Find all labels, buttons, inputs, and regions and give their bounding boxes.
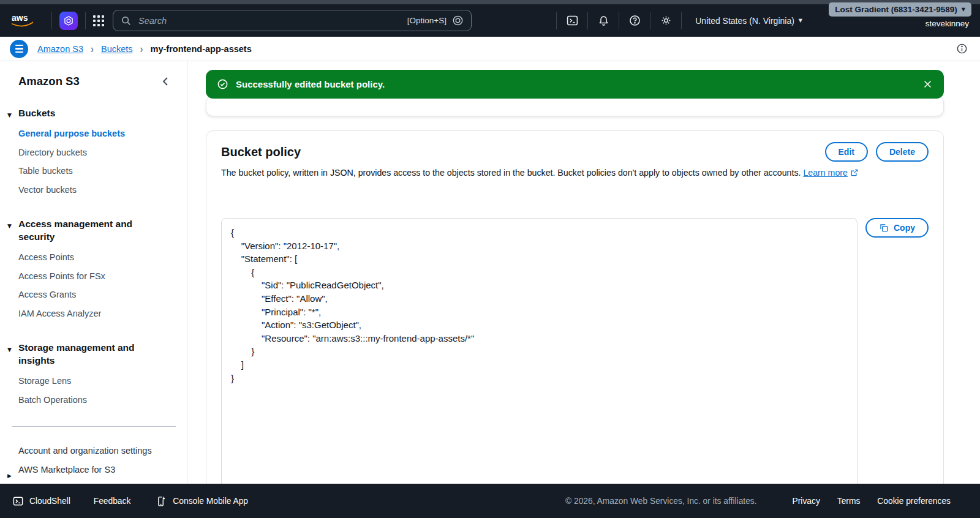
sidebar-item-access-points-fsx[interactable]: Access Points for FSx bbox=[0, 267, 187, 286]
footer-link-terms[interactable]: Terms bbox=[837, 497, 861, 506]
sidebar-section-storage-management[interactable]: ▼ Storage management and insights bbox=[0, 341, 187, 367]
info-icon[interactable] bbox=[956, 43, 968, 54]
sidebar-item-general-purpose-buckets[interactable]: General purpose buckets bbox=[0, 124, 187, 143]
section-label: Storage management and insights bbox=[18, 342, 135, 366]
search-input[interactable] bbox=[137, 15, 407, 26]
username: stevekinney bbox=[925, 19, 969, 28]
sidebar-item-access-points[interactable]: Access Points bbox=[0, 248, 187, 267]
copy-icon bbox=[879, 223, 889, 233]
account-menu[interactable]: Lost Gradient (6831-3421-9589) ▼ bbox=[829, 2, 971, 17]
bucket-policy-card: Bucket policy Edit Delete The bucket pol… bbox=[206, 130, 944, 484]
sidebar-item-directory-buckets[interactable]: Directory buckets bbox=[0, 143, 187, 162]
main-content: Successfully edited bucket policy. Bucke… bbox=[187, 61, 980, 484]
section-label: Access management and security bbox=[18, 219, 132, 242]
sidebar-item-iam-access-analyzer[interactable]: IAM Access Analyzer bbox=[0, 304, 187, 323]
account-label: Lost Gradient (6831-3421-9589) bbox=[835, 5, 957, 14]
sidebar-section-access-management[interactable]: ▼ Access management and security bbox=[0, 217, 187, 243]
breadcrumb-link-buckets[interactable]: Buckets bbox=[101, 44, 133, 54]
terminal-icon bbox=[12, 495, 24, 507]
bucket-policy-json[interactable]: { "Version": "2012-10-17", "Statement": … bbox=[221, 218, 858, 484]
sidebar-item-access-grants[interactable]: Access Grants bbox=[0, 285, 187, 304]
sidebar-title: Amazon S3 bbox=[18, 75, 80, 88]
mobile-app-label: Console Mobile App bbox=[173, 497, 248, 506]
notifications-bell-icon[interactable] bbox=[595, 13, 611, 29]
divider bbox=[85, 12, 86, 29]
external-link-icon bbox=[850, 168, 859, 177]
section-label: Buckets bbox=[18, 108, 55, 118]
search-shortcut-hint: [Option+S] bbox=[407, 16, 447, 25]
cloudshell-label: CloudShell bbox=[29, 497, 70, 506]
menu-hamburger-icon[interactable] bbox=[10, 40, 28, 58]
sidebar-item-account-org-settings[interactable]: Account and organization settings bbox=[0, 441, 187, 460]
help-icon[interactable] bbox=[627, 13, 643, 29]
sidebar-item-aws-marketplace[interactable]: ▶ AWS Marketplace for S3 bbox=[0, 460, 187, 479]
region-selector[interactable]: United States (N. Virginia) ▼ bbox=[695, 16, 802, 26]
divider bbox=[650, 12, 650, 29]
chevron-down-icon: ▼ bbox=[962, 7, 965, 12]
global-search[interactable]: [Option+S] bbox=[113, 10, 472, 31]
search-icon bbox=[121, 15, 132, 26]
success-banner: Successfully edited bucket policy. bbox=[206, 70, 944, 99]
divider bbox=[51, 12, 52, 29]
cloudshell-terminal-icon[interactable] bbox=[564, 13, 580, 29]
sidebar-item-batch-operations[interactable]: Batch Operations bbox=[0, 391, 187, 410]
close-icon[interactable] bbox=[922, 79, 933, 89]
caret-down-icon: ▼ bbox=[7, 109, 12, 122]
breadcrumb: Amazon S3 › Buckets › my-frontend-app-as… bbox=[37, 43, 252, 54]
mobile-phone-icon bbox=[156, 495, 167, 507]
caret-down-icon: ▼ bbox=[7, 220, 12, 233]
footer-link-cookie-preferences[interactable]: Cookie preferences bbox=[877, 497, 951, 506]
footer-feedback-button[interactable]: Feedback bbox=[94, 497, 131, 506]
sidebar: Amazon S3 ▼ Buckets General purpose buck… bbox=[0, 61, 187, 484]
caret-down-icon: ▼ bbox=[7, 343, 12, 356]
divider bbox=[556, 12, 557, 29]
assistant-icon bbox=[452, 15, 464, 26]
divider bbox=[619, 12, 619, 29]
region-label: United States (N. Virginia) bbox=[695, 16, 794, 26]
breadcrumb-bar: Amazon S3 › Buckets › my-frontend-app-as… bbox=[0, 37, 980, 61]
sidebar-item-storage-lens[interactable]: Storage Lens bbox=[0, 372, 187, 391]
copy-label: Copy bbox=[894, 222, 915, 233]
bucket-policy-description: The bucket policy, written in JSON, prov… bbox=[221, 168, 801, 178]
console-footer: CloudShell Feedback Console Mobile App ©… bbox=[0, 484, 980, 518]
copy-button[interactable]: Copy bbox=[865, 218, 929, 238]
footer-mobile-app-button[interactable]: Console Mobile App bbox=[156, 495, 248, 507]
sidebar-item-table-buckets[interactable]: Table buckets bbox=[0, 162, 187, 181]
breadcrumb-separator: › bbox=[91, 42, 94, 54]
aws-logo-icon[interactable]: aws bbox=[10, 12, 36, 29]
svg-text:aws: aws bbox=[12, 13, 28, 23]
banner-message: Successfully edited bucket policy. bbox=[236, 79, 385, 89]
top-navigation: aws [Option+S] bbox=[0, 0, 980, 37]
learn-more-link[interactable]: Learn more bbox=[803, 168, 848, 178]
caret-right-icon: ▶ bbox=[7, 467, 12, 484]
edit-button[interactable]: Edit bbox=[825, 142, 868, 162]
divider bbox=[587, 12, 588, 29]
partially-hidden-card bbox=[206, 96, 944, 116]
settings-gear-icon[interactable] bbox=[658, 13, 674, 29]
s3-service-icon[interactable] bbox=[59, 12, 78, 30]
footer-cloudshell-button[interactable]: CloudShell bbox=[12, 495, 70, 507]
delete-button[interactable]: Delete bbox=[876, 142, 929, 162]
bucket-policy-title: Bucket policy bbox=[221, 145, 301, 159]
sidebar-item-label: AWS Marketplace for S3 bbox=[18, 465, 115, 475]
breadcrumb-link-amazon-s3[interactable]: Amazon S3 bbox=[37, 44, 83, 54]
breadcrumb-separator: › bbox=[140, 42, 143, 54]
sidebar-collapse-icon[interactable] bbox=[161, 77, 170, 86]
footer-link-privacy[interactable]: Privacy bbox=[793, 497, 820, 506]
chevron-down-icon: ▼ bbox=[799, 18, 802, 23]
divider bbox=[681, 12, 682, 29]
sidebar-item-vector-buckets[interactable]: Vector buckets bbox=[0, 181, 187, 200]
sidebar-divider bbox=[12, 426, 176, 427]
copyright-text: © 2026, Amazon Web Services, Inc. or its… bbox=[565, 497, 757, 506]
breadcrumb-current: my-frontend-app-assets bbox=[151, 44, 252, 54]
services-grid-icon[interactable] bbox=[93, 15, 104, 26]
check-circle-icon bbox=[217, 78, 228, 90]
sidebar-section-buckets[interactable]: ▼ Buckets bbox=[0, 107, 187, 119]
